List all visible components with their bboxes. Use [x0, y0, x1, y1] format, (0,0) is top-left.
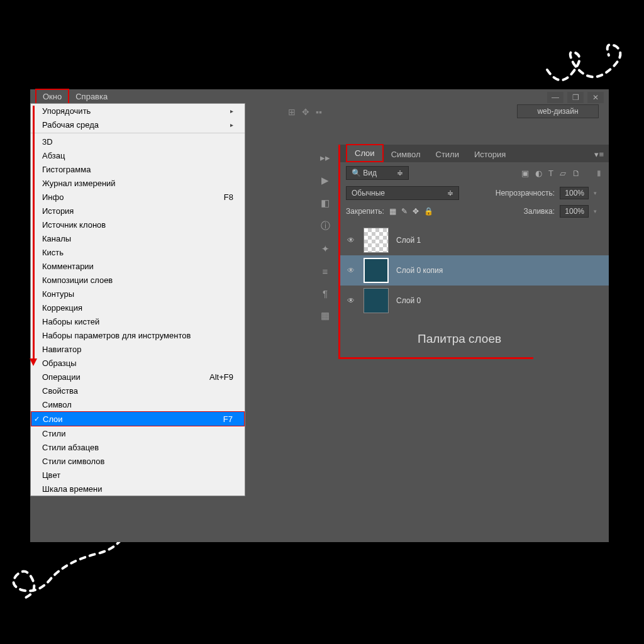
annotation-line [338, 145, 340, 358]
camera-icon[interactable]: ▪▪ [316, 107, 322, 117]
opacity-input[interactable]: 100% [560, 187, 589, 199]
layer-thumbnail[interactable] [364, 258, 389, 283]
menu-properties[interactable]: Свойства [31, 384, 245, 397]
menu-character[interactable]: Символ [31, 397, 245, 411]
menu-swatches[interactable]: Образцы [31, 356, 245, 370]
menu-brush-presets[interactable]: Наборы кистей [31, 314, 245, 328]
menu-brush[interactable]: Кисть [31, 245, 245, 259]
annotation-arrow-head [30, 358, 37, 366]
menu-character-styles[interactable]: Стили символов [31, 454, 245, 468]
annotation-arrow [33, 106, 35, 362]
filter-type-icon[interactable]: T [548, 169, 553, 178]
window-menu-dropdown: Упорядочить Рабочая среда 3D Абзац Гисто… [30, 103, 245, 496]
menu-paragraph-styles[interactable]: Стили абзацев [31, 440, 245, 454]
collapsed-panel-dock: ▸▸ ▶ ◧ ⓘ ✦ ≡ ¶ ▦ [313, 146, 337, 321]
opacity-spinner[interactable]: ▾ [594, 190, 601, 196]
layer-thumbnail[interactable] [364, 288, 389, 313]
menu-layer-comps[interactable]: Композиции слоев [31, 273, 245, 287]
tab-styles[interactable]: Стили [428, 147, 467, 162]
menu-3d[interactable]: 3D [31, 135, 245, 148]
shortcut: Alt+F9 [209, 372, 233, 382]
menu-actions[interactable]: ОперацииAlt+F9 [31, 370, 245, 384]
menu-workspace[interactable]: Рабочая среда [31, 118, 245, 131]
menu-clone-source[interactable]: Источник клонов [31, 218, 245, 231]
panel-tabs: Слои Символ Стили История ▾≡ [338, 145, 609, 162]
brushes-icon[interactable]: ✦ [321, 243, 330, 255]
menu-color[interactable]: Цвет [31, 468, 245, 482]
tab-history[interactable]: История [467, 147, 513, 162]
menu-history[interactable]: История [31, 204, 245, 218]
lock-label: Закрепить: [346, 207, 384, 216]
layer-name[interactable]: Слой 0 [396, 296, 421, 305]
shortcut: F8 [224, 192, 233, 202]
layer-row[interactable]: 👁 Слой 1 [338, 225, 609, 255]
blend-mode-dropdown[interactable]: Обычные≑ [346, 186, 459, 200]
layer-name[interactable]: Слой 1 [396, 236, 421, 245]
info-icon[interactable]: ⓘ [321, 220, 330, 232]
lock-all-icon[interactable]: 🔒 [424, 207, 433, 216]
menu-adjustments[interactable]: Коррекция [31, 301, 245, 314]
fill-label: Заливка: [523, 207, 555, 216]
menu-measurement-log[interactable]: Журнал измерений [31, 176, 245, 190]
menu-paragraph[interactable]: Абзац [31, 148, 245, 162]
history-icon[interactable]: ◧ [321, 197, 330, 209]
app-window: Окно Справка — ❐ ✕ ⊞ ✥ ▪▪ web-дизайн Упо… [30, 89, 609, 542]
layer-filter-dropdown[interactable]: 🔍 Вид≑ [346, 166, 409, 180]
align-icon[interactable]: ⊞ [288, 107, 296, 117]
menu-paths[interactable]: Контуры [31, 287, 245, 301]
workspace-label: web-дизайн [537, 107, 578, 116]
visibility-icon[interactable]: 👁 [346, 236, 356, 245]
opacity-label: Непрозрачность: [496, 189, 555, 197]
menu-notes[interactable]: Комментарии [31, 259, 245, 273]
maximize-button[interactable]: ❐ [567, 92, 584, 103]
lock-position-icon[interactable]: ✥ [413, 207, 419, 216]
expand-icon[interactable]: ▸▸ [320, 152, 330, 164]
close-button[interactable]: ✕ [587, 92, 604, 103]
play-icon[interactable]: ▶ [321, 175, 329, 186]
fill-input[interactable]: 100% [560, 205, 589, 218]
filter-pixel-icon[interactable]: ▣ [521, 169, 529, 178]
workspace-switcher[interactable]: web-дизайн [517, 104, 599, 118]
menubar: Окно Справка [30, 89, 609, 103]
filter-toggle[interactable]: ▮ [597, 169, 601, 177]
shortcut: F7 [223, 414, 233, 424]
filter-shape-icon[interactable]: ▱ [560, 169, 566, 178]
menu-window[interactable]: Окно [35, 89, 69, 104]
annotation-line [338, 357, 533, 359]
filter-label: Вид [363, 169, 377, 177]
annotation-label: Палитра слоев [418, 332, 501, 346]
tab-layers[interactable]: Слои [346, 144, 384, 162]
menu-styles[interactable]: Стили [31, 426, 245, 440]
menu-channels[interactable]: Каналы [31, 231, 245, 245]
tab-character[interactable]: Символ [384, 147, 428, 162]
menu-timeline[interactable]: Шкала времени [31, 482, 245, 496]
layer-row[interactable]: 👁 Слой 0 [338, 286, 609, 316]
move-icon[interactable]: ✥ [302, 107, 309, 117]
layer-thumbnail[interactable] [364, 228, 389, 253]
visibility-icon[interactable]: 👁 [346, 296, 356, 305]
menu-tool-presets[interactable]: Наборы параметров для инструментов [31, 328, 245, 342]
panel-menu-icon[interactable]: ▾≡ [589, 147, 609, 162]
paragraph-icon[interactable]: ¶ [323, 288, 328, 299]
menu-histogram[interactable]: Гистограмма [31, 162, 245, 176]
layer-row[interactable]: 👁 Слой 0 копия [338, 255, 609, 286]
menu-layers[interactable]: СлоиF7 [31, 411, 245, 426]
lock-brush-icon[interactable]: ✎ [401, 207, 408, 216]
menu-navigator[interactable]: Навигатор [31, 342, 245, 356]
swatches-icon[interactable]: ▦ [321, 310, 330, 321]
brush-icon[interactable]: ≡ [323, 266, 328, 277]
layer-name[interactable]: Слой 0 копия [396, 266, 443, 275]
lock-pixels-icon[interactable]: ▦ [389, 207, 396, 216]
layers-panel: Слои Символ Стили История ▾≡ 🔍 Вид≑ ▣ ◐ … [338, 145, 609, 450]
minimize-button[interactable]: — [547, 92, 564, 103]
visibility-icon[interactable]: 👁 [346, 266, 356, 275]
fill-spinner[interactable]: ▾ [594, 208, 601, 214]
menu-arrange[interactable]: Упорядочить [31, 104, 245, 118]
menu-info[interactable]: ИнфоF8 [31, 190, 245, 204]
filter-smart-icon[interactable]: 🗋 [572, 169, 580, 178]
filter-adjust-icon[interactable]: ◐ [535, 169, 542, 178]
layers-list: 👁 Слой 1 👁 Слой 0 копия 👁 Слой 0 [338, 220, 609, 316]
menu-help[interactable]: Справка [69, 90, 114, 103]
